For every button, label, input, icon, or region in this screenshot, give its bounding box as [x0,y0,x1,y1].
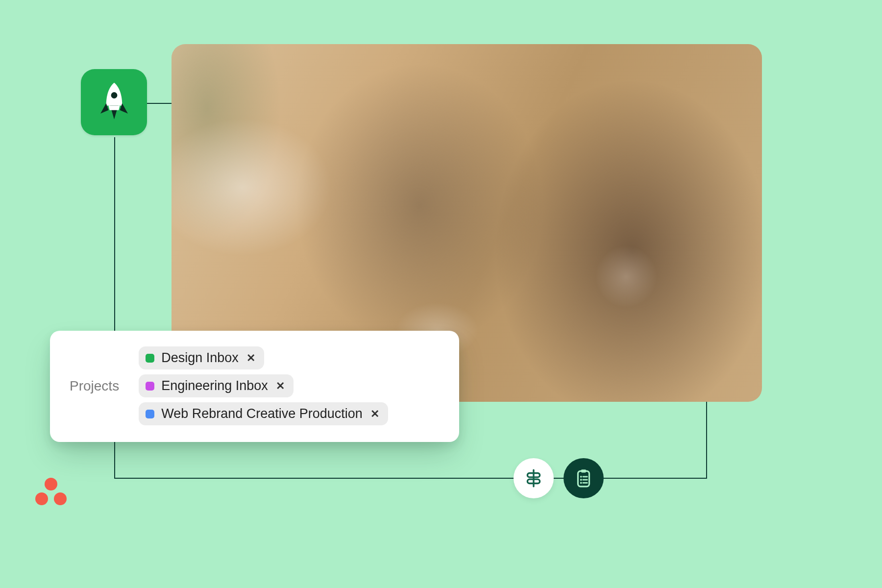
svg-rect-2 [578,471,589,487]
svg-point-6 [580,479,582,481]
marketing-canvas: Projects Design Inbox ✕ Engineering Inbo… [0,0,882,588]
project-color-swatch [146,410,154,418]
clipboard-list-icon [573,468,594,489]
project-chip[interactable]: Web Rebrand Creative Production ✕ [139,402,388,425]
svg-point-0 [111,92,117,98]
svg-rect-3 [581,469,587,472]
remove-chip-button[interactable]: ✕ [245,353,256,364]
project-chip[interactable]: Engineering Inbox ✕ [139,374,294,397]
clipboard-pill[interactable] [564,458,604,498]
rocket-icon [97,81,131,123]
logo-dot [45,478,57,490]
remove-chip-button[interactable]: ✕ [275,381,286,392]
project-chip-list: Design Inbox ✕ Engineering Inbox ✕ Web R… [139,346,388,425]
project-color-swatch [146,382,154,391]
connector-line [706,397,707,479]
logo-dot [54,492,67,505]
rocket-tile[interactable] [81,69,147,135]
projects-field-label: Projects [70,378,119,394]
project-chip-label: Design Inbox [161,350,239,366]
svg-point-8 [580,482,582,484]
project-color-swatch [146,354,154,363]
svg-point-4 [580,476,582,478]
form-pill[interactable] [514,458,554,498]
three-dots-logo [34,478,69,508]
form-icon [523,468,544,489]
project-chip-label: Engineering Inbox [161,378,268,393]
connector-line [114,478,707,479]
projects-card: Projects Design Inbox ✕ Engineering Inbo… [50,331,459,442]
project-chip-label: Web Rebrand Creative Production [161,406,363,421]
logo-dot [35,492,48,505]
project-chip[interactable]: Design Inbox ✕ [139,346,264,369]
remove-chip-button[interactable]: ✕ [369,409,380,419]
